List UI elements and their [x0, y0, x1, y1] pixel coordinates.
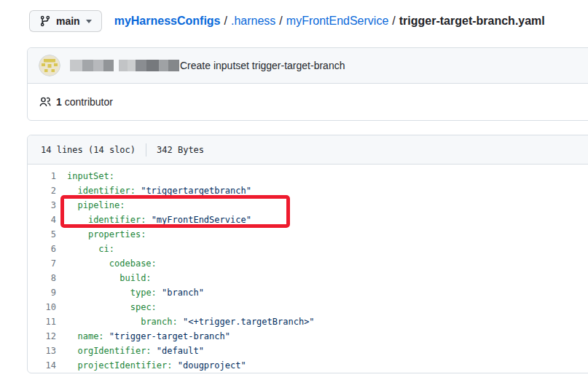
- file-lines-info: 14 lines (14 sloc): [41, 145, 136, 155]
- breadcrumb-separator: /: [392, 15, 395, 27]
- breadcrumb-link[interactable]: myHarnessConfigs: [114, 15, 221, 27]
- line-number[interactable]: 4: [28, 213, 56, 227]
- code-line: 8 build:: [28, 271, 588, 285]
- author-avatar[interactable]: [39, 55, 60, 76]
- redacted-block: [128, 60, 136, 71]
- breadcrumb-link[interactable]: myFrontEndService: [286, 15, 389, 27]
- code-line: 9 type: "branch": [28, 285, 588, 300]
- code-line-content: identifier: "triggertargetbranch": [56, 183, 251, 198]
- code-line: 3 pipeline:: [28, 198, 588, 213]
- line-number[interactable]: 14: [28, 358, 56, 373]
- code-line-content: inputSet:: [56, 169, 114, 183]
- breadcrumb-current-file: trigger-target-branch.yaml: [399, 15, 545, 27]
- contributors-link[interactable]: 1 contributor: [39, 96, 113, 108]
- code-line-content: identifier: "myFrontEndService": [56, 213, 251, 227]
- code-line-content: projectIdentifier: "dougproject": [56, 358, 246, 373]
- line-number[interactable]: 12: [28, 329, 56, 344]
- redacted-author-name[interactable]: [70, 60, 179, 71]
- code-line-content: build:: [56, 271, 152, 285]
- redacted-block: [168, 60, 179, 71]
- code-line: 1inputSet:: [28, 169, 588, 183]
- code-line-content: spec:: [56, 300, 157, 314]
- redacted-block: [70, 60, 82, 71]
- code-line-content: branch: "<+trigger.targetBranch>": [56, 314, 315, 329]
- code-line: 10 spec:: [28, 300, 588, 314]
- redacted-block: [82, 60, 93, 71]
- code-line: 4 identifier: "myFrontEndService": [28, 213, 588, 227]
- code-line: 5 properties:: [28, 227, 588, 242]
- git-branch-icon: [39, 15, 51, 27]
- code-line-content: codebase:: [56, 256, 157, 271]
- people-icon: [39, 96, 51, 108]
- breadcrumb-separator: /: [224, 15, 227, 27]
- line-number[interactable]: 10: [28, 300, 56, 314]
- file-size-info: 342 Bytes: [157, 145, 204, 155]
- file-meta-divider: [146, 143, 146, 157]
- code-line-content: name: "trigger-target-branch": [56, 329, 230, 344]
- code-line: 14 projectIdentifier: "dougproject": [28, 358, 588, 373]
- file-meta-bar: 14 lines (14 sloc) 342 Bytes: [28, 135, 588, 165]
- code-line-content: ci:: [56, 242, 114, 256]
- line-number[interactable]: 9: [28, 285, 56, 300]
- branch-name-label: main: [56, 15, 80, 27]
- code-line-content: orgIdentifier: "default": [56, 344, 204, 358]
- line-number[interactable]: 13: [28, 344, 56, 358]
- breadcrumb-separator: /: [279, 15, 282, 27]
- redacted-block: [93, 60, 103, 71]
- breadcrumb-link[interactable]: .harness: [231, 15, 275, 27]
- contributor-count: 1: [56, 96, 62, 108]
- contributors-bar: 1 contributor: [28, 84, 588, 120]
- code-line-content: properties:: [56, 227, 146, 242]
- code-line: 7 codebase:: [28, 256, 588, 271]
- redacted-block: [103, 60, 114, 71]
- code-line-content: type: "branch": [56, 285, 204, 300]
- redacted-block: [119, 60, 128, 71]
- code-line-content: pipeline:: [56, 198, 125, 213]
- line-number[interactable]: 7: [28, 256, 56, 271]
- redacted-block: [114, 60, 119, 71]
- contributor-label: contributor: [65, 96, 113, 108]
- line-number[interactable]: 2: [28, 183, 56, 198]
- line-number[interactable]: 11: [28, 314, 56, 329]
- latest-commit-card: Create inputset trigger-target-branch 1 …: [27, 47, 588, 121]
- code-lines: 1inputSet:2 identifier: "triggertargetbr…: [28, 165, 588, 373]
- file-card: 14 lines (14 sloc) 342 Bytes 1inputSet:2…: [27, 135, 588, 373]
- line-number[interactable]: 8: [28, 271, 56, 285]
- code-line: 2 identifier: "triggertargetbranch": [28, 183, 588, 198]
- file-navigation-bar: main myHarnessConfigs/.harness/myFrontEn…: [29, 10, 545, 32]
- code-line: 11 branch: "<+trigger.targetBranch>": [28, 314, 588, 329]
- line-number[interactable]: 6: [28, 242, 56, 256]
- latest-commit-bar: Create inputset trigger-target-branch: [28, 48, 588, 84]
- code-line: 6 ci:: [28, 242, 588, 256]
- redacted-block: [146, 60, 159, 71]
- line-number[interactable]: 5: [28, 227, 56, 242]
- redacted-block: [136, 60, 146, 71]
- branch-selector-button[interactable]: main: [29, 10, 102, 32]
- breadcrumb: myHarnessConfigs/.harness/myFrontEndServ…: [114, 15, 545, 28]
- line-number[interactable]: 1: [28, 169, 56, 183]
- code-line: 12 name: "trigger-target-branch": [28, 329, 588, 344]
- redacted-block: [159, 60, 168, 71]
- commit-message-link[interactable]: Create inputset trigger-target-branch: [180, 60, 345, 71]
- line-number[interactable]: 3: [28, 198, 56, 213]
- code-line: 13 orgIdentifier: "default": [28, 344, 588, 358]
- chevron-down-icon: [86, 20, 92, 23]
